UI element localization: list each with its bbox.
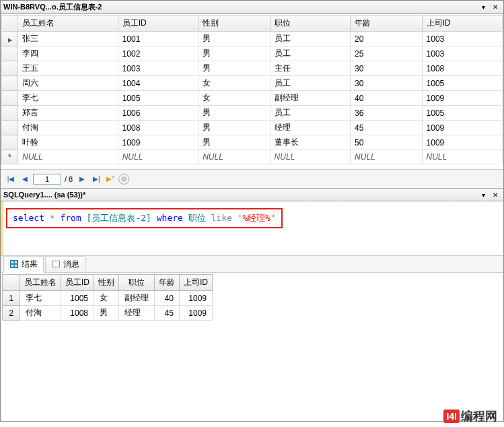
cell[interactable]: 女 bbox=[199, 91, 270, 106]
nav-prev-icon[interactable]: ◀ bbox=[19, 173, 31, 185]
cell[interactable]: 1009 bbox=[422, 121, 502, 135]
nav-next-icon[interactable]: ▶ bbox=[76, 173, 88, 185]
nav-new-icon[interactable]: ▶* bbox=[104, 173, 116, 185]
row-header[interactable] bbox=[2, 135, 18, 150]
cell[interactable]: 30 bbox=[351, 61, 422, 76]
query-close-icon[interactable]: ✕ bbox=[490, 190, 501, 199]
table-row[interactable]: 付淘1008男经理451009 bbox=[2, 121, 503, 135]
null-cell[interactable]: NULL bbox=[118, 150, 198, 164]
res-col-age[interactable]: 年龄 bbox=[155, 275, 180, 291]
cell[interactable]: 周六 bbox=[18, 76, 118, 91]
cell[interactable]: 经理 bbox=[270, 121, 350, 135]
table-row[interactable]: 王五1003男主任301008 bbox=[2, 61, 503, 76]
row-header[interactable] bbox=[2, 32, 18, 46]
nav-first-icon[interactable]: |◀ bbox=[5, 173, 17, 185]
result-cell[interactable]: 副经理 bbox=[119, 291, 155, 306]
row-header[interactable] bbox=[2, 91, 18, 106]
cell[interactable]: 30 bbox=[351, 76, 422, 91]
result-row[interactable]: 1李七1005女副经理401009 bbox=[3, 291, 213, 306]
row-header[interactable] bbox=[2, 46, 18, 61]
result-cell[interactable]: 1009 bbox=[180, 291, 213, 306]
cell[interactable]: 张三 bbox=[18, 32, 118, 46]
cell[interactable]: 副经理 bbox=[270, 91, 350, 106]
cell[interactable]: 40 bbox=[351, 91, 422, 106]
result-cell[interactable]: 李七 bbox=[20, 291, 61, 306]
result-row[interactable]: 2付淘1008男经理451009 bbox=[3, 306, 213, 321]
cell[interactable]: 1003 bbox=[422, 46, 502, 61]
cell[interactable]: 45 bbox=[351, 121, 422, 135]
table-row[interactable]: 张三1001男员工201003 bbox=[2, 32, 503, 46]
cell[interactable]: 男 bbox=[199, 46, 270, 61]
res-col-name[interactable]: 员工姓名 bbox=[20, 275, 61, 291]
cell[interactable]: 1008 bbox=[118, 121, 198, 135]
res-col-id[interactable]: 员工ID bbox=[61, 275, 94, 291]
row-header-corner[interactable] bbox=[2, 15, 18, 32]
cell[interactable]: 20 bbox=[351, 32, 422, 46]
cell[interactable]: 1003 bbox=[422, 32, 502, 46]
new-row[interactable]: NULLNULLNULLNULLNULLNULL bbox=[2, 150, 503, 164]
cell[interactable]: 男 bbox=[199, 61, 270, 76]
cell[interactable]: 1003 bbox=[118, 61, 198, 76]
col-boss[interactable]: 上司ID bbox=[422, 15, 502, 32]
cell[interactable]: 王五 bbox=[18, 61, 118, 76]
cell[interactable]: 1006 bbox=[118, 106, 198, 121]
cell[interactable]: 1001 bbox=[118, 32, 198, 46]
nav-stop-icon[interactable] bbox=[118, 174, 129, 185]
table-row[interactable]: 郑言1006男员工361005 bbox=[2, 106, 503, 121]
tab-results[interactable]: 结果 bbox=[3, 256, 44, 273]
result-cell[interactable]: 1005 bbox=[61, 291, 94, 306]
cell[interactable]: 主任 bbox=[270, 61, 350, 76]
row-header-new[interactable] bbox=[2, 150, 18, 164]
row-number[interactable]: 1 bbox=[3, 291, 20, 306]
cell[interactable]: 李七 bbox=[18, 91, 118, 106]
result-cell[interactable]: 经理 bbox=[119, 306, 155, 321]
result-cell[interactable]: 1008 bbox=[61, 306, 94, 321]
cell[interactable]: 1004 bbox=[118, 76, 198, 91]
tab-messages[interactable]: 消息 bbox=[45, 256, 85, 273]
cell[interactable]: 25 bbox=[351, 46, 422, 61]
null-cell[interactable]: NULL bbox=[422, 150, 502, 164]
cell[interactable]: 郑言 bbox=[18, 106, 118, 121]
result-cell[interactable]: 女 bbox=[94, 291, 119, 306]
result-cell[interactable]: 付淘 bbox=[20, 306, 61, 321]
res-col-boss[interactable]: 上司ID bbox=[180, 275, 213, 291]
col-name[interactable]: 员工姓名 bbox=[18, 15, 118, 32]
sql-editor[interactable]: select * from [员工信息表-2] where 职位 like '%… bbox=[1, 201, 503, 255]
null-cell[interactable]: NULL bbox=[351, 150, 422, 164]
sql-statement[interactable]: select * from [员工信息表-2] where 职位 like '%… bbox=[6, 208, 283, 228]
cell[interactable]: 50 bbox=[351, 135, 422, 150]
nav-last-icon[interactable]: ▶| bbox=[90, 173, 102, 185]
row-header[interactable] bbox=[2, 121, 18, 135]
result-cell[interactable]: 男 bbox=[94, 306, 119, 321]
results-corner[interactable] bbox=[3, 275, 20, 291]
null-cell[interactable]: NULL bbox=[199, 150, 270, 164]
cell[interactable]: 员工 bbox=[270, 76, 350, 91]
table-row[interactable]: 周六1004女员工301005 bbox=[2, 76, 503, 91]
cell[interactable]: 1002 bbox=[118, 46, 198, 61]
cell[interactable]: 男 bbox=[199, 121, 270, 135]
cell[interactable]: 李四 bbox=[18, 46, 118, 61]
table-row[interactable]: 李七1005女副经理401009 bbox=[2, 91, 503, 106]
result-cell[interactable]: 40 bbox=[155, 291, 180, 306]
row-header[interactable] bbox=[2, 61, 18, 76]
cell[interactable]: 员工 bbox=[270, 46, 350, 61]
cell[interactable]: 1005 bbox=[118, 91, 198, 106]
cell[interactable]: 1009 bbox=[422, 135, 502, 150]
col-empid[interactable]: 员工ID bbox=[118, 15, 198, 32]
cell[interactable]: 付淘 bbox=[18, 121, 118, 135]
nav-current-input[interactable] bbox=[33, 174, 61, 185]
row-header[interactable] bbox=[2, 76, 18, 91]
result-cell[interactable]: 1009 bbox=[180, 306, 213, 321]
res-col-gender[interactable]: 性别 bbox=[94, 275, 119, 291]
cell[interactable]: 员工 bbox=[270, 32, 350, 46]
row-number[interactable]: 2 bbox=[3, 306, 20, 321]
dropdown-icon[interactable]: ▾ bbox=[478, 3, 489, 12]
cell[interactable]: 1005 bbox=[422, 76, 502, 91]
col-gender[interactable]: 性别 bbox=[199, 15, 270, 32]
close-icon[interactable]: ✕ bbox=[490, 3, 501, 12]
cell[interactable]: 女 bbox=[199, 76, 270, 91]
table-row[interactable]: 叶验1009男董事长501009 bbox=[2, 135, 503, 150]
row-header[interactable] bbox=[2, 106, 18, 121]
cell[interactable]: 男 bbox=[199, 106, 270, 121]
col-age[interactable]: 年龄 bbox=[351, 15, 422, 32]
